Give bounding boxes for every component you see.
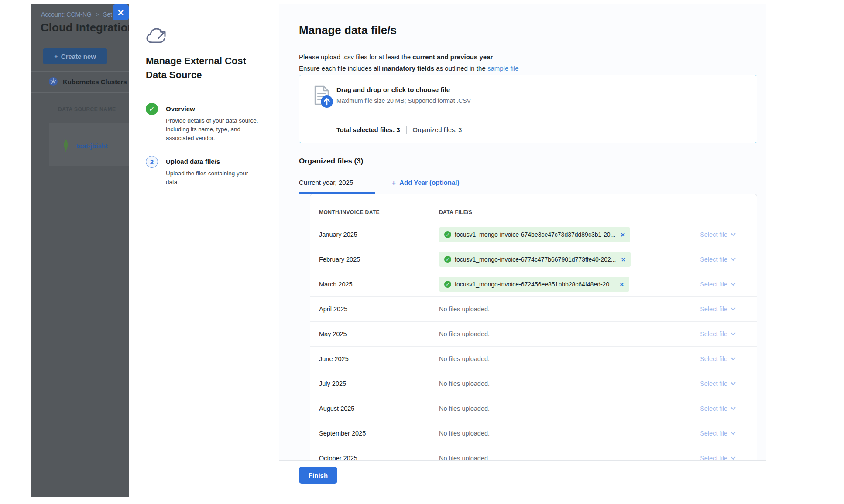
data-source-row[interactable]: test-jbisht (62, 139, 108, 153)
files-cell: No files uploaded. (439, 380, 677, 387)
modal-footer: Finish (279, 460, 766, 497)
select-file-dropdown[interactable]: Select file (677, 330, 736, 337)
chevron-down-icon (731, 233, 736, 236)
select-file-dropdown[interactable]: Select file (677, 281, 736, 288)
step-done-check-icon: ✓ (146, 103, 158, 115)
table-row: April 2025 No files uploaded. Select fil… (310, 297, 757, 322)
divider (333, 118, 748, 118)
page-title: Cloud Integration (41, 21, 129, 34)
files-cell: No files uploaded. (439, 330, 677, 337)
month-label: January 2025 (310, 231, 439, 238)
column-header-data-source-name: DATA SOURCE NAME (58, 106, 116, 112)
files-cell: ✓ focusv1_mongo-invoice-674be3ce47c73d37… (439, 227, 677, 242)
cloud-export-icon (146, 27, 168, 45)
table-row: March 2025 ✓ focusv1_mongo-invoice-67245… (310, 272, 757, 297)
files-cell: ✓ focusv1_mongo-invoice-6774c477b667901d… (439, 252, 677, 267)
select-file-label: Select file (700, 355, 727, 362)
chevron-down-icon (731, 307, 736, 311)
chevron-down-icon (731, 332, 736, 336)
select-file-label: Select file (700, 231, 727, 238)
chevron-down-icon (731, 432, 736, 435)
sample-file-link[interactable]: sample file (487, 65, 519, 72)
mongodb-leaf-icon (62, 139, 70, 153)
step-number-badge: 2 (146, 156, 158, 168)
file-dropzone[interactable]: Drag and drop or click to choose file Ma… (299, 75, 757, 143)
organized-files-heading: Organized files (3) (299, 157, 363, 166)
files-cell: No files uploaded. (439, 405, 677, 412)
main-title: Manage data file/s (299, 24, 397, 37)
create-new-button[interactable]: + Create new (43, 48, 107, 64)
files-cell: No files uploaded. (439, 430, 677, 437)
no-files-text: No files uploaded. (439, 355, 490, 362)
table-body: January 2025 ✓ focusv1_mongo-invoice-674… (310, 222, 757, 465)
table-row: September 2025 No files uploaded. Select… (310, 421, 757, 446)
uploaded-file-chip: ✓ focusv1_mongo-invoice-6774c477b667901d… (439, 252, 631, 267)
remove-file-icon[interactable]: × (621, 231, 625, 238)
select-file-dropdown[interactable]: Select file (677, 306, 736, 313)
remove-file-icon[interactable]: × (620, 281, 624, 288)
step-overview[interactable]: ✓ Overview Provide details of your data … (146, 103, 258, 143)
select-file-dropdown[interactable]: Select file (677, 405, 736, 412)
select-file-dropdown[interactable]: Select file (677, 231, 736, 238)
modal-close-button[interactable]: × (113, 4, 129, 20)
chevron-down-icon (731, 382, 736, 385)
step-upload-data-files[interactable]: 2 Upload data file/s Upload the files co… (146, 156, 258, 187)
plus-icon: + (54, 53, 58, 60)
files-cell: ✓ focusv1_mongo-invoice-672456ee851bbb28… (439, 277, 677, 292)
no-files-text: No files uploaded. (439, 380, 490, 387)
step-description: Provide details of your data source, inc… (166, 116, 258, 143)
file-name: focusv1_mongo-invoice-674be3ce47c73d37dd… (455, 231, 615, 238)
app-root: Account: CCM-NG > Set Cloud Integration … (0, 0, 844, 504)
add-year-button[interactable]: + Add Year (optional) (375, 175, 459, 194)
monthly-files-table: MONTH/INVOICE DATE DATA FILE/S January 2… (310, 194, 757, 465)
data-source-name-link[interactable]: test-jbisht (76, 142, 108, 150)
no-files-text: No files uploaded. (439, 430, 490, 437)
tab-kubernetes-clusters[interactable]: Kubernetes Clusters (48, 77, 127, 86)
table-row: February 2025 ✓ focusv1_mongo-invoice-67… (310, 247, 757, 272)
month-label: July 2025 (310, 380, 439, 387)
breadcrumb-separator: > (96, 11, 99, 18)
breadcrumb-account[interactable]: Account: CCM-NG (41, 11, 92, 18)
select-file-dropdown[interactable]: Select file (677, 256, 736, 263)
month-label: June 2025 (310, 355, 439, 362)
breadcrumb-settings[interactable]: Set (103, 11, 112, 18)
files-cell: No files uploaded. (439, 306, 677, 313)
remove-file-icon[interactable]: × (621, 256, 625, 263)
breadcrumb[interactable]: Account: CCM-NG > Set (41, 11, 112, 18)
total-selected-files: Total selected files: 3 (336, 126, 400, 133)
table-row: May 2025 No files uploaded. Select file (310, 322, 757, 347)
wizard-title: Manage External Cost Data Source (146, 54, 259, 82)
table-row: June 2025 No files uploaded. Select file (310, 347, 757, 371)
month-label: September 2025 (310, 430, 439, 437)
chevron-down-icon (731, 357, 736, 361)
table-row: July 2025 No files uploaded. Select file (310, 371, 757, 396)
uploaded-file-chip: ✓ focusv1_mongo-invoice-674be3ce47c73d37… (439, 227, 630, 242)
divider (31, 71, 129, 72)
divider (31, 43, 129, 43)
close-icon: × (117, 7, 124, 18)
chevron-down-icon (731, 407, 736, 410)
upload-file-icon (312, 85, 335, 110)
file-success-check-icon: ✓ (444, 231, 451, 238)
file-name: focusv1_mongo-invoice-672456ee851bbb28c6… (455, 281, 614, 288)
chevron-down-icon (731, 258, 736, 261)
select-file-dropdown[interactable]: Select file (677, 430, 736, 437)
select-file-label: Select file (700, 306, 727, 313)
select-file-label: Select file (700, 330, 727, 337)
organized-files-count: Organized files: 3 (413, 126, 462, 133)
step-description: Upload the files containing your data. (166, 169, 258, 187)
no-files-text: No files uploaded. (439, 405, 490, 412)
kubernetes-icon (48, 77, 58, 86)
tab-current-year[interactable]: Current year, 2025 (299, 175, 375, 194)
month-label: May 2025 (310, 330, 439, 337)
divider (31, 92, 129, 93)
select-file-label: Select file (700, 405, 727, 412)
dropzone-title: Drag and drop or click to choose file (336, 86, 450, 93)
dropzone-subtitle: Maximum file size 20 MB; Supported forma… (336, 97, 471, 104)
finish-button[interactable]: Finish (299, 467, 337, 484)
divider (406, 126, 407, 134)
select-file-dropdown[interactable]: Select file (677, 355, 736, 362)
select-file-dropdown[interactable]: Select file (677, 380, 736, 387)
file-success-check-icon: ✓ (444, 256, 451, 263)
month-label: August 2025 (310, 405, 439, 412)
